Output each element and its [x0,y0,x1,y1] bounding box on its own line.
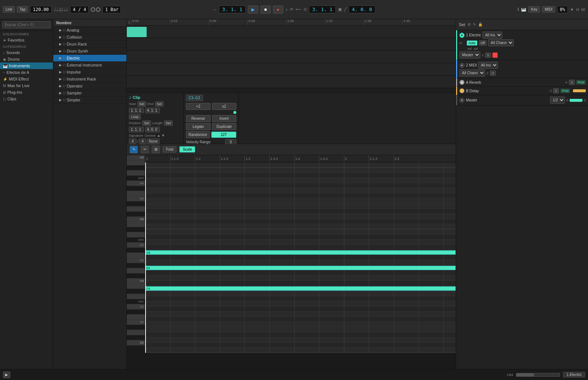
sig-den[interactable]: 4 [139,139,146,144]
piano-key-c2[interactable]: C2 [127,340,145,345]
delay-power-btn[interactable]: ● [459,88,465,93]
piano-key-c4[interactable]: C4 [127,217,145,222]
reverb-power-btn[interactable]: ● [459,80,465,85]
electric-auto-btn[interactable]: Auto [467,40,477,46]
piano-key-fs3[interactable] [127,248,145,253]
sidebar-item-instruments[interactable]: 🎹 Instruments [0,62,53,69]
pr-grid[interactable]: G3E3C3 [145,162,456,369]
midi-power-btn[interactable]: ● [459,63,465,68]
piano-key-c5[interactable]: C5 [127,155,145,160]
electric-dest-select[interactable]: Master [459,51,480,58]
record-button[interactable]: ● [273,6,283,14]
piano-key-b2[interactable] [127,284,145,289]
piano-key-fs4[interactable] [127,186,145,191]
arr-track-4-content[interactable] [127,63,456,75]
pr-note-g3[interactable]: G3 [145,250,456,255]
browser-item-impulse[interactable]: ▶ □ Impulse [53,69,126,76]
sidebar-item-midi-effect[interactable]: ⚡ MIDI Effect [0,76,53,82]
browser-item-collision[interactable]: ▶ □ Collision [53,34,126,41]
piano-key-gs3[interactable]: G#3 [127,237,145,243]
invert-btn[interactable]: Invert [212,115,237,122]
master-fader[interactable] [570,99,582,102]
play-button[interactable]: ▶ [248,6,258,14]
groove-val[interactable]: None [147,139,159,144]
piano-key-ds2[interactable] [127,325,145,330]
loop-button[interactable]: Loop [129,114,141,119]
piano-key-as3[interactable] [127,227,145,232]
master-power-btn[interactable]: ● [459,98,465,103]
midi-button[interactable]: MIDI [542,6,555,12]
bar-display[interactable]: 1 Bar [103,6,121,13]
sidebar-item-plugins[interactable]: ⊞ Plug-Ins [0,89,53,96]
start-val[interactable]: 1. 1. 1 [129,108,144,113]
browser-item-sampler[interactable]: ▶ □ Sampler [53,90,126,97]
browser-item-inst-rack[interactable]: ▶ □ Instrument Rack [53,76,126,83]
piano-key-d4[interactable] [127,207,145,212]
sidebar-item-favorites[interactable]: ★ Favoritos [0,37,53,43]
piano-key-e2[interactable]: E2 [127,320,145,325]
electric-input-select[interactable]: All Ins [483,32,502,39]
link-button[interactable]: Link [3,6,15,12]
bpm-display[interactable]: 120.00 [30,6,51,13]
electric-off-btn[interactable]: Off [479,40,487,46]
pr-note-e3[interactable]: E3 [145,266,456,270]
arr-clip-electric[interactable] [127,27,147,37]
groove-arrow-down[interactable]: ▼ [161,133,165,137]
pos-set-btn[interactable]: Set [142,121,151,126]
sidebar-item-clips[interactable]: ◻ Clips [0,96,53,102]
browser-item-electric[interactable]: ▶ □ Electric [53,55,126,62]
piano-key-cs4[interactable] [127,212,145,217]
pos-val[interactable]: 1. 1. 1 [129,127,144,132]
piano-key-g3[interactable]: G3 [127,243,145,248]
piano-key-d2[interactable] [127,330,145,335]
arr-track-electric-content[interactable] [127,26,456,38]
reverse-btn[interactable]: Reverse [186,115,211,122]
len-set-btn[interactable]: Set [164,121,173,126]
delay-post[interactable]: Post [560,89,570,93]
piano-key-e4[interactable]: E4 [127,196,145,201]
piano-key-e3[interactable]: E3 [127,258,145,263]
browser-item-drum-synth[interactable]: ▶ □ Drum Synth [53,48,126,55]
browser-item-operator[interactable]: ▶ □ Operator [53,83,126,90]
piano-key-as2[interactable] [127,289,145,294]
piano-key-cs2[interactable] [127,335,145,340]
arr-track-5-content[interactable] [127,76,456,88]
master-dest-select[interactable]: 1/2 [550,97,565,104]
browser-item-simpler[interactable]: ▶ □ Simpler [53,97,126,104]
sidebar-item-drums[interactable]: ◉ Drums [0,56,53,62]
status-scrollbar[interactable] [516,373,560,377]
randomize-val[interactable]: 127 [211,132,236,138]
groove-arrow-up[interactable]: ▲ [157,133,161,137]
browser-item-ext-inst[interactable]: ▶ □ External Instrument [53,62,126,69]
sidebar-item-effects[interactable]: ~ Efectos de A [0,69,53,76]
end-val[interactable]: 4. 1. 1 [145,108,160,113]
delay-fader[interactable] [573,89,586,92]
reverb-s-btn[interactable]: S [569,80,575,85]
end-set-btn[interactable]: Set [155,101,164,107]
piano-key-cs3[interactable] [127,273,145,279]
piano-key-a2[interactable] [127,294,145,299]
piano-key-c3[interactable]: C3 [127,279,145,284]
midi-input-select[interactable]: All Ins [478,62,498,69]
reverb-post[interactable]: Post [576,80,586,85]
piano-key-g4[interactable]: G4 [127,181,145,186]
electric-power-btn[interactable]: ● [459,33,465,38]
electric-rec-btn[interactable] [492,53,498,58]
plus2-btn[interactable]: +2 [186,103,211,110]
electric-s-btn[interactable]: S [485,53,491,58]
piano-key-g2[interactable]: G2 [127,304,145,309]
delay-s-btn[interactable]: S [553,88,559,93]
piano-key-f4[interactable] [127,191,145,196]
electric-channel-select[interactable]: All Chann [488,39,514,46]
key-button[interactable]: Key [528,6,540,12]
tap-button[interactable]: Tap [17,6,28,12]
midi-channel-select[interactable]: All Chann [459,69,485,76]
browser-item-drum-rack[interactable]: ▶ □ Drum Rack [53,41,126,48]
piano-key-b3[interactable] [127,222,145,227]
transform-tool[interactable]: ⊞ [152,146,160,153]
arr-track-midi-content[interactable] [127,38,456,50]
stop-button[interactable]: ■ [260,6,270,14]
len-val[interactable]: 4. 0. 0 [145,127,160,132]
sig-num[interactable]: 4 [129,139,136,144]
status-play-btn[interactable]: ▶ [3,372,10,378]
